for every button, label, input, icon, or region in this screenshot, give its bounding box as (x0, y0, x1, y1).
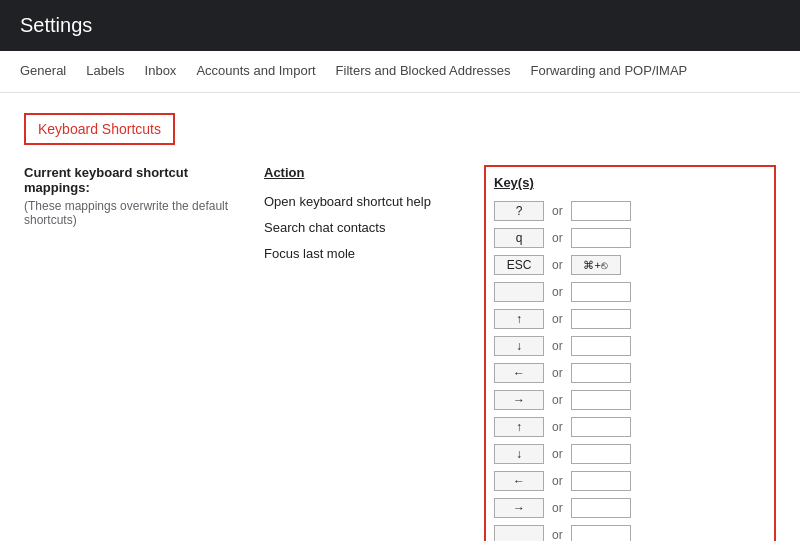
key-row-12: or (494, 522, 766, 541)
key-box-0: ? (494, 201, 544, 221)
action-item-5 (264, 318, 464, 344)
keyboard-shortcuts-label: Keyboard Shortcuts (38, 121, 161, 137)
key-input-1[interactable] (571, 228, 631, 248)
key-box-2: ESC (494, 255, 544, 275)
key-box-3 (494, 282, 544, 302)
action-item-11 (264, 474, 464, 500)
key-input-7[interactable] (571, 390, 631, 410)
or-8: or (552, 420, 563, 434)
key-box-10: ← (494, 471, 544, 491)
tab-accounts[interactable]: Accounts and Import (186, 51, 325, 92)
or-6: or (552, 366, 563, 380)
key-input-9[interactable] (571, 444, 631, 464)
key-input-6[interactable] (571, 363, 631, 383)
mappings-desc: (These mappings overwrite the default sh… (24, 199, 244, 227)
key-input-11[interactable] (571, 498, 631, 518)
key-input-0[interactable] (571, 201, 631, 221)
key-row-7: → or (494, 387, 766, 413)
action-item-6 (264, 344, 464, 370)
action-item-13 (264, 526, 464, 541)
app-header: Settings (0, 0, 800, 51)
key-row-11: → or (494, 495, 766, 521)
key-row-9: ↓ or (494, 441, 766, 467)
or-5: or (552, 339, 563, 353)
key-input-3[interactable] (571, 282, 631, 302)
or-1: or (552, 231, 563, 245)
action-column: Action Open keyboard shortcut help Searc… (264, 165, 464, 541)
or-11: or (552, 501, 563, 515)
or-2: or (552, 258, 563, 272)
tab-general[interactable]: General (10, 51, 76, 92)
key-box-8: ↑ (494, 417, 544, 437)
left-column: Current keyboard shortcut mappings: (The… (24, 165, 244, 541)
key-box-7: → (494, 390, 544, 410)
tab-filters[interactable]: Filters and Blocked Addresses (326, 51, 521, 92)
content-area: Keyboard Shortcuts Current keyboard shor… (0, 93, 800, 541)
key-row-10: ← or (494, 468, 766, 494)
key-input-4[interactable] (571, 309, 631, 329)
keys-header: Key(s) (494, 175, 766, 190)
key-row-5: ↓ or (494, 333, 766, 359)
action-item-10 (264, 448, 464, 474)
action-header: Action (264, 165, 464, 180)
action-item-7 (264, 370, 464, 396)
mappings-title: Current keyboard shortcut mappings: (24, 165, 244, 195)
key-box-11: → (494, 498, 544, 518)
action-item-9 (264, 422, 464, 448)
action-item-2: Focus last mole (264, 240, 464, 266)
keyboard-shortcuts-section-header[interactable]: Keyboard Shortcuts (24, 113, 175, 145)
or-10: or (552, 474, 563, 488)
or-12: or (552, 528, 563, 541)
key-box-1: q (494, 228, 544, 248)
key-box-9: ↓ (494, 444, 544, 464)
key-box-12 (494, 525, 544, 541)
key-combo-2: ⌘+⎋ (571, 255, 621, 275)
main-layout: Current keyboard shortcut mappings: (The… (24, 165, 776, 541)
key-box-6: ← (494, 363, 544, 383)
or-7: or (552, 393, 563, 407)
key-row-1: q or (494, 225, 766, 251)
or-3: or (552, 285, 563, 299)
key-input-8[interactable] (571, 417, 631, 437)
key-row-8: ↑ or (494, 414, 766, 440)
key-box-4: ↑ (494, 309, 544, 329)
app-title: Settings (20, 14, 92, 36)
key-row-4: ↑ or (494, 306, 766, 332)
tab-forwarding[interactable]: Forwarding and POP/IMAP (520, 51, 697, 92)
action-item-0: Open keyboard shortcut help (264, 188, 464, 214)
key-input-12[interactable] (571, 525, 631, 541)
or-9: or (552, 447, 563, 461)
action-item-3 (264, 266, 464, 292)
or-0: or (552, 204, 563, 218)
nav-tabs: General Labels Inbox Accounts and Import… (0, 51, 800, 93)
key-box-5: ↓ (494, 336, 544, 356)
key-row-6: ← or (494, 360, 766, 386)
key-row-3: or (494, 279, 766, 305)
action-item-1: Search chat contacts (264, 214, 464, 240)
key-input-5[interactable] (571, 336, 631, 356)
key-row-0: ? or (494, 198, 766, 224)
keys-column: Key(s) ? or q or ESC or ⌘+⎋ or (484, 165, 776, 541)
action-item-12 (264, 500, 464, 526)
action-item-8 (264, 396, 464, 422)
tab-inbox[interactable]: Inbox (135, 51, 187, 92)
or-4: or (552, 312, 563, 326)
key-input-10[interactable] (571, 471, 631, 491)
key-row-2: ESC or ⌘+⎋ (494, 252, 766, 278)
action-item-4 (264, 292, 464, 318)
tab-labels[interactable]: Labels (76, 51, 134, 92)
